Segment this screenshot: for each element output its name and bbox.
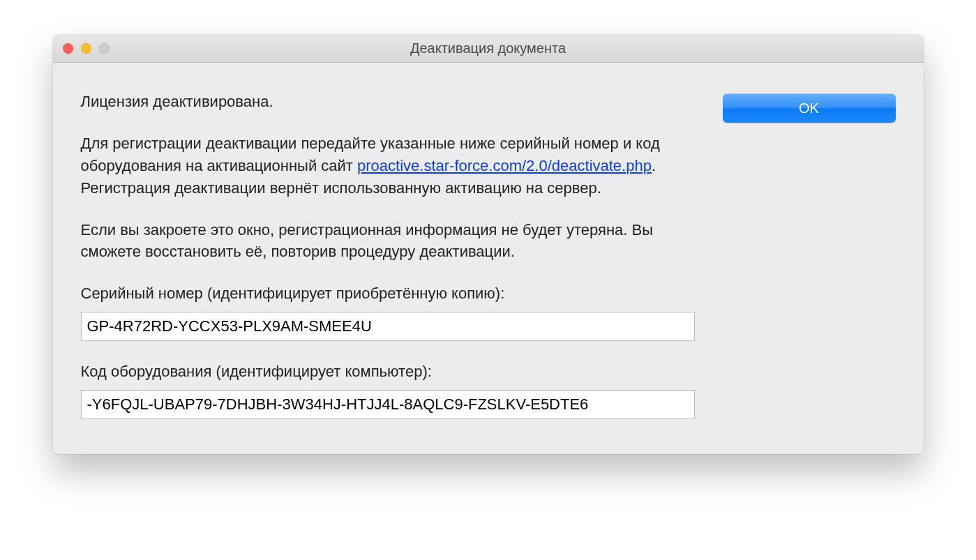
titlebar[interactable]: Деактивация документа xyxy=(53,35,924,63)
message-column: Лицензия деактивирована. Для регистрации… xyxy=(81,91,695,419)
button-column: OK xyxy=(723,91,896,419)
ok-button[interactable]: OK xyxy=(723,93,896,123)
dialog-window: Деактивация документа Лицензия деактивир… xyxy=(53,35,924,454)
maximize-icon xyxy=(99,43,110,54)
deactivation-link[interactable]: proactive.star-force.com/2.0/deactivate.… xyxy=(357,157,652,174)
status-message: Лицензия деактивирована. xyxy=(81,91,695,113)
dialog-content: Лицензия деактивирована. Для регистрации… xyxy=(53,63,924,454)
serial-label: Серийный номер (идентифицирует приобретё… xyxy=(81,282,695,305)
close-icon[interactable] xyxy=(63,43,73,54)
traffic-lights xyxy=(53,43,110,54)
minimize-icon[interactable] xyxy=(81,43,91,54)
window-title: Деактивация документа xyxy=(53,40,924,56)
hardware-code-input[interactable] xyxy=(81,390,695,419)
hardware-code-label: Код оборудования (идентифицирует компьют… xyxy=(81,361,695,383)
recovery-message: Если вы закроете это окно, регистрационн… xyxy=(81,219,695,264)
serial-input[interactable] xyxy=(81,312,695,341)
instruction-message: Для регистрации деактивации передайте ук… xyxy=(81,133,695,199)
